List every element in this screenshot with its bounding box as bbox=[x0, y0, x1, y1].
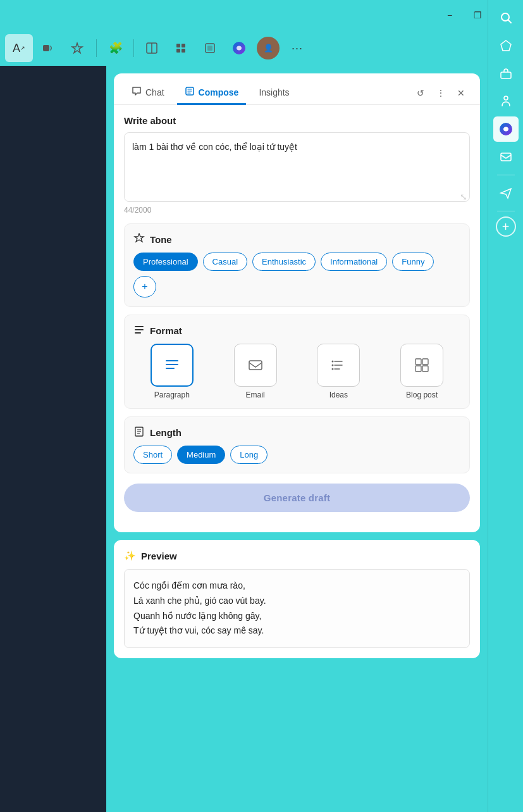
translate-icon[interactable]: A↗ bbox=[5, 34, 33, 62]
length-section: Length Short Medium Long bbox=[124, 416, 470, 473]
copilot-toolbar-icon[interactable] bbox=[225, 34, 253, 62]
toolbar-left-group: A↗ bbox=[5, 34, 91, 62]
format-icon bbox=[133, 324, 145, 337]
svg-rect-19 bbox=[135, 329, 144, 330]
preview-line-2: Lá xanh che phủ, gió cao vút bay. bbox=[133, 594, 460, 609]
paragraph-icon-box bbox=[151, 344, 194, 387]
format-options: Paragraph Email Ideas bbox=[133, 344, 460, 399]
svg-rect-3 bbox=[176, 44, 180, 47]
tab-actions: ↺ ⋮ ✕ bbox=[412, 84, 470, 102]
chat-tab-label: Chat bbox=[145, 87, 164, 97]
tone-enthusiastic[interactable]: Enthusiastic bbox=[252, 253, 316, 271]
titlebar: − ❐ ✕ bbox=[0, 0, 523, 30]
close-panel-button[interactable]: ✕ bbox=[452, 84, 470, 102]
length-long[interactable]: Long bbox=[230, 446, 268, 464]
collections-icon[interactable] bbox=[167, 34, 195, 62]
tone-add-button[interactable]: + bbox=[133, 276, 156, 297]
more-options-button[interactable]: ⋮ bbox=[432, 84, 450, 102]
tab-chat[interactable]: Chat bbox=[124, 81, 172, 105]
add-sidebar-button[interactable]: + bbox=[496, 216, 516, 237]
sidebar-divider2 bbox=[497, 211, 515, 211]
svg-rect-24 bbox=[249, 361, 262, 370]
format-ideas[interactable]: Ideas bbox=[300, 344, 378, 399]
left-sidebar bbox=[0, 66, 106, 812]
svg-rect-8 bbox=[207, 46, 212, 51]
sidebar-right: + bbox=[488, 0, 523, 812]
tone-professional[interactable]: Professional bbox=[133, 253, 198, 271]
paper-plane-icon[interactable] bbox=[493, 180, 519, 206]
svg-rect-23 bbox=[166, 368, 175, 369]
tab-insights[interactable]: Insights bbox=[251, 82, 297, 104]
copilot-sidebar-icon[interactable] bbox=[493, 116, 519, 142]
preview-line-3: Quanh hồ nước lặng không gây, bbox=[133, 609, 460, 624]
gem-icon[interactable] bbox=[493, 33, 519, 58]
sidebar-divider bbox=[497, 175, 515, 175]
main-panel: Chat Compose Insights ↺ ⋮ ✕ Write about bbox=[106, 66, 488, 812]
svg-marker-12 bbox=[501, 41, 511, 51]
compose-tab-icon bbox=[185, 86, 195, 98]
svg-rect-16 bbox=[501, 153, 511, 161]
generate-draft-button[interactable]: Generate draft bbox=[124, 484, 470, 512]
tone-section-label: Tone bbox=[150, 234, 172, 245]
tab-compose[interactable]: Compose bbox=[177, 81, 247, 105]
tone-options: Professional Casual Enthusiastic Informa… bbox=[133, 253, 460, 297]
tone-casual[interactable]: Casual bbox=[203, 253, 247, 271]
length-short[interactable]: Short bbox=[133, 446, 172, 464]
format-email[interactable]: Email bbox=[217, 344, 294, 399]
toolbox-icon[interactable] bbox=[493, 61, 519, 86]
svg-rect-5 bbox=[176, 49, 180, 53]
write-about-section: Write about ⤡ 44/2000 bbox=[124, 115, 470, 215]
compose-content: Write about ⤡ 44/2000 Tone Professional bbox=[114, 105, 480, 532]
extensions-icon[interactable]: 🧩 bbox=[102, 34, 130, 62]
svg-rect-31 bbox=[415, 359, 421, 365]
favorites-icon[interactable] bbox=[63, 34, 91, 62]
preview-line-1: Cóc ngồi đếm cơn mưa rào, bbox=[133, 578, 460, 594]
split-screen-icon[interactable] bbox=[138, 34, 166, 62]
length-options: Short Medium Long bbox=[133, 446, 460, 464]
tone-funny[interactable]: Funny bbox=[392, 253, 434, 271]
read-aloud-icon[interactable] bbox=[34, 34, 62, 62]
format-section: Format Paragraph Email bbox=[124, 315, 470, 409]
maximize-button[interactable]: ❐ bbox=[465, 5, 490, 25]
refresh-button[interactable]: ↺ bbox=[412, 84, 429, 102]
svg-rect-20 bbox=[135, 332, 141, 334]
figure-icon[interactable] bbox=[493, 89, 519, 114]
format-label: Format bbox=[133, 324, 460, 337]
tone-informational[interactable]: Informational bbox=[321, 253, 387, 271]
tone-label: Tone bbox=[133, 233, 460, 246]
toolbar-divider bbox=[96, 39, 97, 57]
blog-post-icon-box bbox=[400, 344, 443, 387]
preview-icon: ✨ bbox=[124, 550, 136, 561]
format-section-label: Format bbox=[150, 325, 182, 336]
resize-handle-icon: ⤡ bbox=[460, 192, 467, 202]
ideas-icon-box bbox=[317, 344, 360, 387]
compose-tab-label: Compose bbox=[199, 87, 239, 97]
outlook-icon[interactable] bbox=[493, 144, 519, 170]
write-about-input[interactable] bbox=[124, 132, 470, 202]
browser-toolbar: A↗ 🧩 👤 ··· bbox=[0, 30, 523, 66]
tone-icon bbox=[133, 233, 145, 246]
svg-rect-22 bbox=[166, 364, 178, 365]
length-medium[interactable]: Medium bbox=[177, 446, 225, 464]
svg-rect-34 bbox=[422, 366, 428, 372]
format-blog-post[interactable]: Blog post bbox=[383, 344, 460, 399]
toolbar-right-group: 🧩 👤 ··· bbox=[102, 34, 311, 62]
user-avatar[interactable]: 👤 bbox=[257, 37, 280, 59]
svg-point-29 bbox=[332, 365, 334, 366]
search-sidebar-icon[interactable] bbox=[493, 5, 519, 30]
svg-rect-6 bbox=[182, 49, 185, 53]
svg-rect-0 bbox=[43, 45, 49, 51]
svg-rect-21 bbox=[166, 360, 178, 361]
preview-text-box: Cóc ngồi đếm cơn mưa rào, Lá xanh che ph… bbox=[124, 569, 470, 648]
format-paragraph[interactable]: Paragraph bbox=[133, 344, 211, 399]
email-icon-box bbox=[234, 344, 277, 387]
paragraph-label: Paragraph bbox=[154, 390, 190, 399]
svg-rect-4 bbox=[182, 44, 185, 47]
minimize-button[interactable]: − bbox=[437, 5, 462, 25]
svg-point-30 bbox=[332, 368, 334, 370]
copilot-tab-bar: Chat Compose Insights ↺ ⋮ ✕ bbox=[114, 73, 480, 105]
screenshot-icon[interactable] bbox=[196, 34, 224, 62]
more-toolbar-icon[interactable]: ··· bbox=[283, 34, 311, 62]
length-section-label: Length bbox=[150, 427, 182, 438]
write-about-label: Write about bbox=[124, 115, 470, 126]
